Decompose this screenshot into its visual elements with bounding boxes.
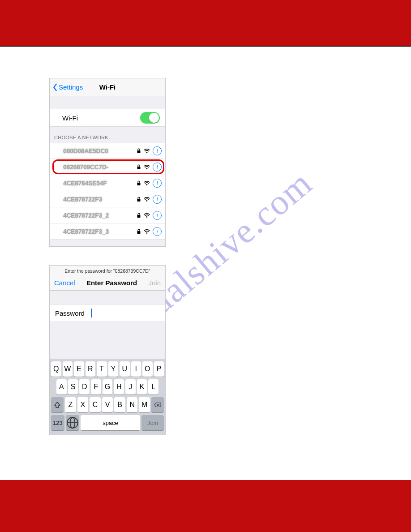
key-g[interactable]: G xyxy=(103,379,113,395)
wifi-toggle-row[interactable]: Wi-Fi xyxy=(50,109,165,127)
key-j[interactable]: J xyxy=(125,379,136,395)
key-b[interactable]: B xyxy=(114,397,125,412)
lock-icon xyxy=(137,213,141,218)
network-row[interactable]: 08268709CC7D-i xyxy=(50,159,165,175)
key-o[interactable]: O xyxy=(142,361,153,377)
password-field-label: Password xyxy=(55,309,85,317)
lock-icon xyxy=(137,197,141,202)
key-123[interactable]: 123 xyxy=(51,415,64,430)
network-row[interactable]: 4CE8764SE54Fi xyxy=(50,175,165,191)
enter-password-screen: Enter the password for "08268709CC7D" Ca… xyxy=(49,265,166,435)
key-e[interactable]: E xyxy=(74,361,84,377)
svg-rect-2 xyxy=(137,167,141,169)
wifi-settings-screen: Settings Wi-Fi Wi-Fi CHOOSE A NETWORK… 0… xyxy=(49,78,166,247)
svg-point-5 xyxy=(146,184,148,185)
onscreen-keyboard: QWERTYUIOP ASDFGHJKL ZXCVBNM 123 space J… xyxy=(50,359,165,435)
key-globe[interactable] xyxy=(66,415,79,430)
svg-rect-4 xyxy=(137,183,141,185)
network-icons: i xyxy=(137,227,162,236)
info-icon[interactable]: i xyxy=(153,179,162,188)
key-u[interactable]: U xyxy=(120,361,130,377)
svg-rect-10 xyxy=(137,231,141,234)
info-icon[interactable]: i xyxy=(153,163,162,172)
key-w[interactable]: W xyxy=(63,361,73,377)
navbar: Settings Wi-Fi xyxy=(50,78,165,96)
key-l[interactable]: L xyxy=(148,379,158,395)
wifi-icon xyxy=(144,229,150,234)
key-backspace[interactable] xyxy=(151,397,164,412)
network-ssid: 4CE878722F3 xyxy=(63,196,137,203)
svg-rect-0 xyxy=(137,150,141,153)
join-button[interactable]: Join xyxy=(148,279,161,287)
key-t[interactable]: T xyxy=(97,361,107,377)
svg-point-9 xyxy=(146,216,148,218)
network-icons: i xyxy=(137,146,162,155)
key-i[interactable]: I xyxy=(131,361,141,377)
lock-icon xyxy=(137,229,141,234)
key-c[interactable]: C xyxy=(90,397,101,412)
network-row[interactable]: 080D08AE5DC0i xyxy=(50,143,165,159)
key-space[interactable]: space xyxy=(81,415,140,430)
network-icons: i xyxy=(137,211,162,220)
key-join[interactable]: Join xyxy=(141,415,164,430)
wifi-icon xyxy=(144,213,150,218)
back-label: Settings xyxy=(59,83,83,91)
svg-rect-8 xyxy=(137,215,141,218)
text-cursor xyxy=(91,309,92,317)
lock-icon xyxy=(137,148,141,154)
lock-icon xyxy=(137,164,141,170)
svg-rect-6 xyxy=(137,199,141,202)
wifi-icon xyxy=(144,148,150,154)
network-list: 080D08AE5DC0i08268709CC7D-i4CE8764SE54Fi… xyxy=(50,143,165,240)
key-m[interactable]: M xyxy=(139,397,150,412)
key-y[interactable]: Y xyxy=(108,361,119,377)
key-r[interactable]: R xyxy=(86,361,96,377)
network-ssid: 4CE878722F3_2 xyxy=(63,212,137,219)
info-icon[interactable]: i xyxy=(153,195,162,204)
choose-network-header: CHOOSE A NETWORK… xyxy=(50,127,165,143)
key-s[interactable]: S xyxy=(68,379,78,395)
back-button[interactable]: Settings xyxy=(50,83,83,91)
svg-point-1 xyxy=(146,152,148,153)
network-ssid: 080D08AE5DC0 xyxy=(63,147,137,154)
chevron-left-icon xyxy=(52,83,58,91)
key-q[interactable]: Q xyxy=(51,361,61,377)
network-row[interactable]: 4CE878722F3_3i xyxy=(50,223,165,240)
info-icon[interactable]: i xyxy=(153,211,162,220)
key-f[interactable]: F xyxy=(91,379,101,395)
network-icons: i xyxy=(137,163,162,172)
svg-point-3 xyxy=(146,168,148,169)
svg-point-7 xyxy=(146,200,148,202)
wifi-icon xyxy=(144,164,150,170)
password-navbar: Cancel Enter Password Join xyxy=(50,275,165,291)
info-icon[interactable]: i xyxy=(153,227,162,236)
globe-icon xyxy=(66,416,79,429)
info-icon[interactable]: i xyxy=(153,146,162,155)
network-icons: i xyxy=(137,179,162,188)
key-z[interactable]: Z xyxy=(65,397,76,412)
network-ssid: 08268709CC7D- xyxy=(63,163,137,171)
backspace-icon xyxy=(154,401,161,408)
password-prompt: Enter the password for "08268709CC7D" xyxy=(50,266,165,275)
key-d[interactable]: D xyxy=(79,379,90,395)
network-icons: i xyxy=(137,195,162,204)
network-row[interactable]: 4CE878722F3i xyxy=(50,191,165,207)
key-v[interactable]: V xyxy=(102,397,113,412)
enter-password-title: Enter Password xyxy=(86,279,137,287)
key-h[interactable]: H xyxy=(114,379,124,395)
cancel-button[interactable]: Cancel xyxy=(54,279,75,287)
wifi-toggle-switch[interactable] xyxy=(140,112,160,124)
key-x[interactable]: X xyxy=(77,397,89,412)
network-ssid: 4CE878722F3_3 xyxy=(63,228,137,235)
network-row[interactable]: 4CE878722F3_2i xyxy=(50,207,165,223)
wifi-toggle-label: Wi-Fi xyxy=(62,114,140,122)
svg-point-11 xyxy=(146,232,148,234)
shift-icon xyxy=(54,401,61,408)
key-shift[interactable] xyxy=(51,397,64,412)
key-a[interactable]: A xyxy=(56,379,67,395)
lock-icon xyxy=(137,180,141,186)
password-field-row[interactable]: Password xyxy=(50,304,165,322)
key-k[interactable]: K xyxy=(137,379,147,395)
key-p[interactable]: P xyxy=(154,361,164,377)
key-n[interactable]: N xyxy=(127,397,138,412)
